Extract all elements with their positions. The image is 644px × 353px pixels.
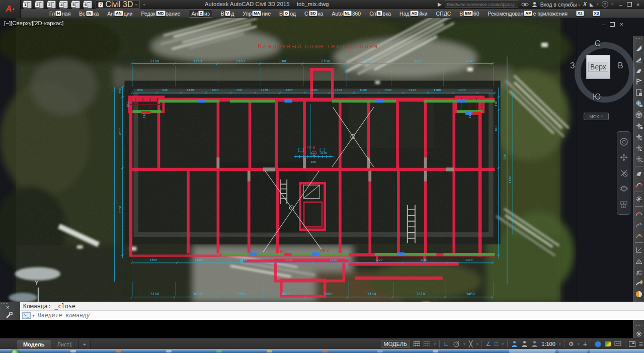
tab-output[interactable]: ВOод: [279, 11, 296, 17]
tool-globe-icon[interactable]: [635, 100, 643, 108]
snap-caret-icon[interactable]: ▾: [434, 342, 436, 346]
taskbar-app-icon[interactable]: [70, 350, 76, 352]
tab-annotate[interactable]: АнANции: [107, 11, 132, 17]
tool-parcel-icon[interactable]: [635, 169, 643, 178]
start-orb-icon[interactable]: [11, 349, 19, 353]
tool-geolocation-icon[interactable]: [635, 111, 643, 119]
app-restore-button[interactable]: [627, 2, 632, 7]
customization-menu-icon[interactable]: ≡: [639, 338, 643, 349]
model-paper-toggle[interactable]: МОДЕЛЬ: [381, 340, 411, 348]
workspace-gear-icon[interactable]: ⚙: [569, 338, 574, 349]
taskbar-app-icon[interactable]: [377, 350, 383, 352]
tool-curve2-icon[interactable]: [635, 221, 643, 229]
tool-move-star-icon[interactable]: [635, 195, 643, 203]
tool-curve1-icon[interactable]: [635, 210, 643, 218]
viewcube-north-label[interactable]: С: [595, 39, 601, 48]
taskbar-app-icon[interactable]: [216, 350, 222, 352]
pan-icon[interactable]: [619, 153, 628, 162]
tab-addins[interactable]: НадADйки: [399, 11, 427, 17]
tab-featured-apps[interactable]: РекомендованAPе приложения: [488, 11, 568, 17]
viewcube-south-label[interactable]: Ю: [593, 93, 601, 102]
grid-display-icon[interactable]: [424, 341, 430, 347]
polar-caret-icon[interactable]: ▾: [463, 342, 465, 346]
tool-pipe-icon[interactable]: [635, 279, 643, 287]
annotation-autoscale-icon[interactable]: [521, 340, 528, 347]
tool-pointer-icon[interactable]: [635, 44, 643, 52]
windows-taskbar-sliver[interactable]: [0, 349, 644, 353]
tab-modify[interactable]: РедакMDвание: [141, 11, 180, 17]
tab-spds[interactable]: СПДС: [436, 11, 451, 17]
communication-center-icon[interactable]: ◣: [590, 2, 594, 7]
tool-flag-icon[interactable]: [635, 77, 643, 85]
tool-point-star-icon[interactable]: [635, 155, 643, 163]
orbit-icon[interactable]: [619, 184, 628, 193]
tool-section-icon[interactable]: [635, 257, 643, 265]
app-close-button[interactable]: ×: [636, 2, 639, 8]
qat-save-button[interactable]: 3: [47, 1, 56, 9]
tool-surface-icon[interactable]: [635, 66, 643, 74]
tool-arc-red-icon[interactable]: [635, 181, 643, 189]
tool-sphere-icon[interactable]: [635, 290, 643, 298]
tool-pointer2-icon[interactable]: [635, 55, 643, 63]
search-input[interactable]: [445, 1, 518, 8]
polar-tracking-icon[interactable]: [453, 340, 460, 347]
osnap-tracking-icon[interactable]: ∠: [486, 338, 491, 349]
qat-undo-button[interactable]: 6: [84, 1, 92, 9]
toolbar-grip2[interactable]: [636, 323, 642, 327]
signin-menu[interactable]: Вход в службы ▾: [540, 2, 581, 8]
taskbar-app-icon[interactable]: [322, 350, 328, 352]
graphics-performance-icon[interactable]: [614, 341, 621, 347]
tool-point-select-icon[interactable]: [635, 144, 643, 152]
isolate-objects-icon[interactable]: [605, 341, 611, 346]
qat-saveas-button[interactable]: 4: [59, 1, 68, 9]
aerial-photo-canvas[interactable]: 2180 3160 2920 3000 2700 3600 3180 3810 …: [0, 18, 577, 320]
gear-caret-icon[interactable]: ▾: [578, 342, 580, 346]
annotation-monitor-plus-icon[interactable]: +: [583, 338, 587, 349]
qat-new-button[interactable]: 1: [23, 1, 32, 9]
isodraft-icon[interactable]: ╳: [469, 338, 472, 349]
zoom-extents-icon[interactable]: [619, 168, 628, 178]
tool-profile-icon[interactable]: [635, 246, 643, 254]
tab-manage[interactable]: УпрMAние: [243, 11, 271, 17]
layout-tab-model[interactable]: Модель: [17, 340, 51, 349]
scale-caret-icon[interactable]: ▾: [559, 342, 561, 346]
osnap-caret-icon[interactable]: ▾: [502, 342, 504, 346]
annotation-scale-sync-icon[interactable]: [531, 340, 538, 347]
viewcube[interactable]: С З В Ю Верх МСК▾: [571, 33, 629, 124]
toolbar-grip[interactable]: [636, 38, 642, 41]
annotation-scale-value[interactable]: 1:100: [541, 341, 555, 347]
tool-point-a-icon[interactable]: A: [635, 133, 643, 141]
taskbar-app-icon[interactable]: [166, 350, 172, 352]
layout-tab-add-button[interactable]: +: [79, 340, 91, 349]
command-input[interactable]: [37, 311, 592, 319]
tab-view[interactable]: ВVд: [221, 11, 234, 17]
viewcube-wcs-menu[interactable]: МСК▾: [584, 113, 609, 120]
tool-grading-icon[interactable]: [635, 268, 643, 276]
tool-point-create-icon[interactable]: [635, 122, 643, 130]
tool-star-bottom-icon[interactable]: [635, 330, 643, 338]
tool-curve3-icon[interactable]: [635, 231, 643, 239]
viewcube-west-label[interactable]: З: [570, 61, 575, 70]
annotation-visibility-icon[interactable]: [511, 340, 518, 347]
command-customize-wrench-icon[interactable]: [5, 312, 13, 319]
binoculars-search-icon[interactable]: [521, 2, 529, 7]
navwheel-icon[interactable]: [619, 137, 628, 146]
app-menu-button[interactable]: A ▾: [0, 0, 21, 18]
tab-insert[interactable]: ВсINка: [79, 11, 99, 17]
tab-autodesk360[interactable]: AutoNL360: [332, 11, 361, 17]
exchange-apps-icon[interactable]: X: [583, 2, 587, 7]
taskbar-app-icon[interactable]: [433, 350, 438, 352]
taskbar-app-icon[interactable]: [267, 350, 272, 352]
viewport-controls[interactable]: [−][Сверху][2D-каркас]: [4, 20, 63, 26]
isodraft-caret-icon[interactable]: ▾: [476, 342, 478, 346]
dwg-minimize-button[interactable]: –: [602, 21, 605, 27]
taskbar-clock-area[interactable]: [590, 349, 644, 353]
tab-help[interactable]: СпEвка: [369, 11, 391, 17]
help-icon[interactable]: ?: [602, 1, 608, 8]
tab-survey[interactable]: СSDка: [304, 11, 323, 17]
tab-analyze[interactable]: АнZиз: [189, 10, 212, 18]
app-minimize-button[interactable]: –: [619, 2, 622, 8]
recent-commands-caret-icon[interactable]: ▾: [33, 313, 35, 318]
dwg-close-button[interactable]: ×: [620, 21, 623, 27]
command-close-icon[interactable]: ×: [6, 304, 9, 310]
